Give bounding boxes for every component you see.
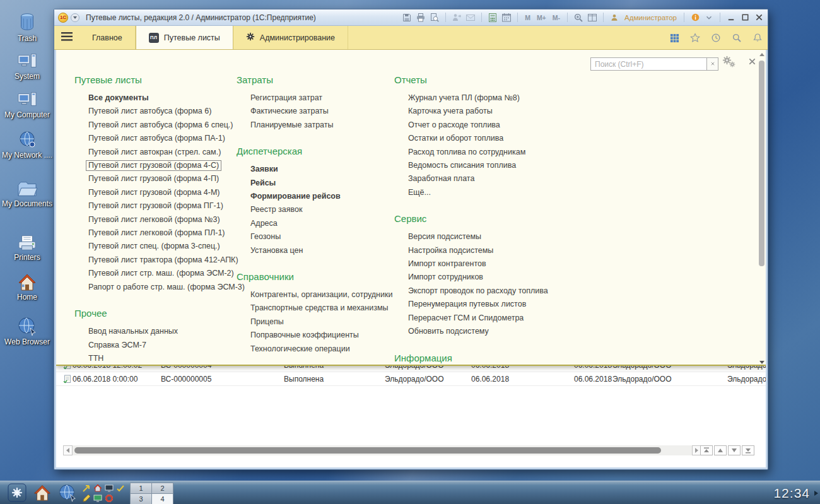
search-clear-button[interactable]	[707, 57, 718, 71]
close-button[interactable]	[754, 13, 764, 23]
menu-item[interactable]: Импорт контрагентов	[408, 257, 548, 271]
menu-item[interactable]: Реестр заявок	[250, 203, 392, 216]
desktop-icon-system[interactable]: System	[0, 52, 54, 81]
notifications-bell-icon[interactable]	[753, 33, 763, 43]
menu-item[interactable]: Путевой лист грузовой (форма 4-М)	[88, 186, 245, 199]
menu-item[interactable]: Формирование рейсов	[250, 190, 392, 203]
memory-plus-button[interactable]: M+	[536, 14, 548, 21]
tab-glavnoe[interactable]: Главное	[79, 26, 136, 49]
calendar-icon[interactable]	[501, 13, 512, 23]
menu-item[interactable]: Путевой лист грузовой (форма 4-С)	[88, 159, 245, 172]
menu-item[interactable]: Путевой лист легковой (форма №3)	[88, 213, 245, 226]
menu-item[interactable]: Расход топлива по сотрудникам	[408, 146, 548, 159]
window-menu-icon[interactable]	[71, 13, 79, 22]
search-input[interactable]	[590, 57, 707, 71]
hscroll-track[interactable]	[73, 445, 692, 455]
zoom-icon[interactable]	[573, 13, 583, 23]
go-previous-button[interactable]	[714, 445, 727, 455]
tab-administrirovanie[interactable]: Администрирование	[233, 26, 348, 49]
menu-item[interactable]: Регистрация затрат	[250, 91, 392, 105]
desktop-icon-web-browser[interactable]: Web Browser	[0, 316, 54, 346]
attachments-icon[interactable]	[466, 13, 476, 23]
memory-minus-button[interactable]: M-	[551, 14, 561, 21]
desktop-icon-my-documents[interactable]: My Documents	[0, 180, 54, 208]
menu-item[interactable]: Экспорт проводок по расходу топлива	[408, 284, 548, 298]
desktop-icon-my-network[interactable]: My Network ....	[0, 129, 54, 160]
menu-item[interactable]: Поправочные коэффициенты	[250, 329, 392, 342]
hscroll-thumb[interactable]	[74, 447, 661, 454]
menu-item[interactable]: Путевой лист автобуса (форма ПА-1)	[88, 132, 245, 145]
apps-grid-icon[interactable]	[669, 33, 679, 43]
current-user[interactable]: Администратор	[624, 14, 677, 21]
menu-item[interactable]: Ведомость списания топлива	[408, 159, 548, 172]
menu-item[interactable]: Установка цен	[250, 244, 392, 257]
taskbar-expand-icon[interactable]	[814, 491, 818, 496]
hscroll-left-button[interactable]	[63, 445, 73, 455]
pager-desktop-3[interactable]: 3	[131, 494, 151, 504]
menu-item[interactable]: Путевой лист легковой (форма ПЛ-1)	[88, 226, 245, 240]
menu-item[interactable]: Заработная плата	[408, 172, 548, 185]
menu-item[interactable]: Фактические затраты	[250, 105, 392, 118]
menu-item[interactable]: Рейсы	[250, 177, 392, 190]
send-icon[interactable]	[452, 13, 462, 23]
menu-item[interactable]: Импорт сотрудников	[408, 271, 548, 284]
quicklaunch-edit-icon[interactable]	[116, 484, 125, 495]
menu-item[interactable]: Путевой лист спец. (форма 3-спец.)	[88, 240, 245, 253]
menu-item[interactable]: Транспортные средства и механизмы	[250, 302, 392, 315]
panel-settings-icon[interactable]	[722, 56, 739, 71]
scroll-up-icon[interactable]	[759, 53, 764, 56]
desktop-icon-home[interactable]: Home	[0, 273, 54, 302]
save-icon[interactable]	[402, 13, 412, 23]
menu-item[interactable]: Технологические операции	[250, 343, 392, 356]
menu-item[interactable]: Отчет о расходе топлива	[408, 119, 548, 132]
main-menu-button[interactable]	[54, 26, 79, 49]
document-row[interactable]: 06.06.2018 0:00:00ВС-000000005ВыполненаЭ…	[56, 372, 766, 386]
menu-item[interactable]: Настройка подсистемы	[408, 244, 548, 257]
menu-item[interactable]: Контрагенты, организации, сотрудники	[250, 288, 392, 302]
taskbar-browser-button[interactable]	[58, 483, 77, 504]
focused-menu-item[interactable]: Путевой лист грузовой (форма 4-С)	[86, 160, 221, 171]
menu-item[interactable]: Справка ЭСМ-7	[88, 339, 245, 352]
favorites-star-icon[interactable]	[690, 33, 700, 43]
menu-item[interactable]: Путевой лист автобуса (форма 6 спец.)	[88, 119, 245, 132]
history-icon[interactable]	[711, 33, 721, 43]
menu-item[interactable]: Адреса	[250, 217, 392, 230]
memory-button[interactable]: M	[524, 14, 532, 21]
menu-item[interactable]: Путевой лист стр. маш. (форма ЭСМ-2)	[88, 267, 245, 280]
menu-item[interactable]: Прицепы	[250, 315, 392, 329]
menu-item[interactable]: Путевой лист автокран (стрел. сам.)	[88, 146, 245, 159]
pager-desktop-1[interactable]: 1	[131, 483, 151, 493]
minimize-button[interactable]	[726, 13, 736, 23]
desktop-icon-my-computer[interactable]: My Computer	[0, 90, 54, 119]
menu-item[interactable]: Рапорт о работе стр. маш. (форма ЭСМ-3)	[88, 281, 245, 294]
collapse-chevron-icon[interactable]	[704, 13, 714, 23]
menu-item[interactable]: Остатки и оборот топлива	[408, 132, 548, 145]
menu-item[interactable]: Журнал учета ПЛ (форма №8)	[408, 91, 548, 105]
menu-item[interactable]: Перенумерация путевых листов	[408, 298, 548, 311]
pager-desktop-2[interactable]: 2	[152, 483, 173, 493]
menu-item[interactable]: Ещё...	[408, 186, 548, 199]
menu-item[interactable]: Путевой лист грузовой (форма 4-П)	[88, 172, 245, 185]
menu-item[interactable]: Заявки	[250, 163, 392, 176]
desktop-icon-printers[interactable]: Printers	[0, 234, 54, 262]
scroll-down-icon[interactable]	[759, 361, 764, 364]
menu-item[interactable]: Карточка учета работы	[408, 105, 548, 118]
menu-item[interactable]: Перерасчет ГСМ и Спидометра	[408, 312, 548, 325]
menu-item[interactable]: Ввод начальных данных	[88, 325, 245, 338]
print-icon[interactable]	[416, 13, 426, 23]
menu-item[interactable]: Путевой лист автобуса (форма 6)	[88, 105, 245, 118]
menu-item[interactable]: Геозоны	[250, 230, 392, 243]
menu-item[interactable]: Обновить подсистему	[408, 325, 548, 338]
maximize-button[interactable]	[740, 13, 750, 23]
taskbar-home-button[interactable]	[33, 483, 52, 504]
menu-item[interactable]: Путевой лист трактора (форма 412-АПК)	[88, 254, 245, 267]
app-launcher-button[interactable]	[8, 483, 26, 504]
go-next-button[interactable]	[728, 445, 741, 455]
calculator-icon[interactable]	[488, 13, 498, 23]
vscroll-thumb[interactable]	[759, 61, 764, 266]
split-view-icon[interactable]	[587, 13, 597, 23]
search-icon[interactable]	[732, 33, 742, 43]
go-last-button[interactable]	[742, 445, 754, 455]
quicklaunch-display-icon[interactable]	[93, 494, 102, 504]
desktop-icon-trash[interactable]: Trash	[0, 11, 54, 43]
